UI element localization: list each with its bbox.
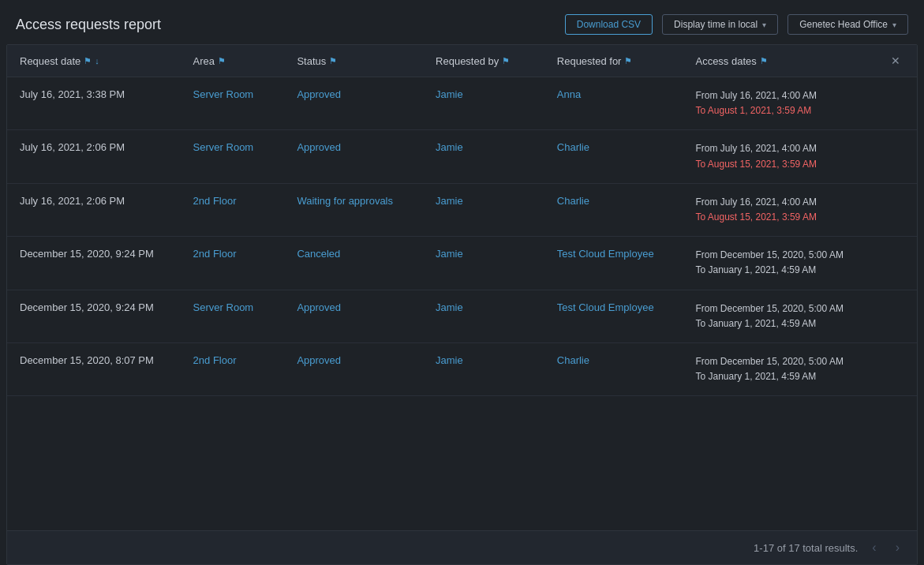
access-to-date: To January 1, 2021, 4:59 AM (695, 264, 816, 275)
table-row: December 15, 2020, 9:24 PM2nd FloorCance… (7, 237, 917, 290)
cell-request-date: July 16, 2021, 3:38 PM (7, 77, 181, 130)
cell-access-dates: From December 15, 2020, 5:00 AMTo Januar… (683, 237, 873, 290)
page-title: Access requests report (16, 17, 556, 33)
requested-by-filter-icon[interactable]: ⚑ (502, 56, 510, 66)
cell-request-date: July 16, 2021, 2:06 PM (7, 183, 181, 236)
download-csv-button[interactable]: Download CSV (565, 14, 653, 35)
access-to-date: To January 1, 2021, 4:59 AM (695, 318, 816, 329)
cell-request-date: December 15, 2020, 9:24 PM (7, 237, 181, 290)
col-header-access-dates: Access dates ⚑ (683, 45, 873, 77)
cell-access-dates: From July 16, 2021, 4:00 AMTo August 15,… (683, 183, 873, 236)
cell-actions (873, 77, 917, 130)
cell-status: Approved (284, 290, 423, 342)
access-from-date: From December 15, 2020, 5:00 AM (695, 249, 843, 260)
office-selector-label: Genetec Head Office (799, 19, 888, 30)
cell-actions (873, 290, 917, 342)
access-from-date: From December 15, 2020, 5:00 AM (695, 303, 843, 314)
pagination-info: 1-17 of 17 total results. (754, 542, 858, 554)
access-from-date: From December 15, 2020, 5:00 AM (695, 356, 843, 367)
pagination-prev-button[interactable]: ‹ (867, 539, 881, 556)
table-row: July 16, 2021, 2:06 PMServer RoomApprove… (7, 130, 917, 183)
col-header-request-date: Request date ⚑ ↓ (7, 45, 181, 77)
cell-area[interactable]: 2nd Floor (181, 342, 285, 395)
cell-requested-by[interactable]: Jamie (423, 342, 544, 395)
cell-requested-by[interactable]: Jamie (423, 237, 544, 290)
cell-actions (873, 183, 917, 236)
access-from-date: From July 16, 2021, 4:00 AM (695, 196, 816, 208)
request-date-filter-icon[interactable]: ⚑ (84, 56, 92, 66)
cell-access-dates: From July 16, 2021, 4:00 AMTo August 15,… (683, 130, 873, 183)
office-selector-chevron-icon: ▾ (892, 21, 896, 29)
status-filter-icon[interactable]: ⚑ (329, 56, 337, 66)
table-row: December 15, 2020, 9:24 PMServer RoomApp… (7, 290, 917, 342)
cell-request-date: December 15, 2020, 8:07 PM (7, 342, 181, 395)
access-to-date: To August 15, 2021, 3:59 AM (695, 159, 816, 170)
cell-status: Approved (284, 342, 423, 395)
col-header-requested-by: Requested by ⚑ (423, 45, 544, 77)
clear-all-filters-icon[interactable]: ✕ (891, 54, 900, 67)
col-header-requested-for: Requested for ⚑ (544, 45, 683, 77)
cell-status: Approved (284, 130, 423, 183)
access-requests-table: Request date ⚑ ↓ Area ⚑ (7, 45, 917, 396)
cell-status: Waiting for approvals (284, 183, 423, 236)
table-footer: 1-17 of 17 total results. ‹ › (7, 530, 917, 564)
table-scroll-area[interactable]: Request date ⚑ ↓ Area ⚑ (7, 45, 917, 530)
time-display-button[interactable]: Display time in local ▾ (662, 14, 778, 35)
table-row: July 16, 2021, 3:38 PMServer RoomApprove… (7, 77, 917, 130)
request-date-sort-icon[interactable]: ↓ (95, 56, 99, 65)
cell-requested-for[interactable]: Charlie (544, 183, 683, 236)
cell-area[interactable]: Server Room (181, 290, 285, 342)
cell-status: Canceled (284, 237, 423, 290)
cell-actions (873, 342, 917, 395)
cell-requested-for[interactable]: Anna (544, 77, 683, 130)
table-body: July 16, 2021, 3:38 PMServer RoomApprove… (7, 77, 917, 396)
cell-requested-by[interactable]: Jamie (423, 183, 544, 236)
table-container: Request date ⚑ ↓ Area ⚑ (6, 44, 918, 565)
col-header-area: Area ⚑ (181, 45, 285, 77)
cell-requested-by[interactable]: Jamie (423, 77, 544, 130)
cell-requested-for[interactable]: Charlie (544, 342, 683, 395)
cell-access-dates: From July 16, 2021, 4:00 AMTo August 1, … (683, 77, 873, 130)
cell-requested-for[interactable]: Test Cloud Employee (544, 237, 683, 290)
table-header-row: Request date ⚑ ↓ Area ⚑ (7, 45, 917, 77)
cell-status: Approved (284, 77, 423, 130)
area-filter-icon[interactable]: ⚑ (218, 56, 226, 66)
table-row: July 16, 2021, 2:06 PM2nd FloorWaiting f… (7, 183, 917, 236)
access-to-date: To August 1, 2021, 3:59 AM (695, 105, 811, 116)
cell-area[interactable]: Server Room (181, 130, 285, 183)
requested-for-filter-icon[interactable]: ⚑ (624, 56, 632, 66)
cell-requested-for[interactable]: Charlie (544, 130, 683, 183)
header: Access requests report Download CSV Disp… (0, 0, 924, 44)
cell-access-dates: From December 15, 2020, 5:00 AMTo Januar… (683, 342, 873, 395)
cell-requested-for[interactable]: Test Cloud Employee (544, 290, 683, 342)
access-from-date: From July 16, 2021, 4:00 AM (695, 90, 816, 101)
page-container: Access requests report Download CSV Disp… (0, 0, 924, 565)
table-row: December 15, 2020, 8:07 PM2nd FloorAppro… (7, 342, 917, 395)
cell-area[interactable]: Server Room (181, 77, 285, 130)
pagination-next-button[interactable]: › (891, 539, 904, 556)
time-display-label: Display time in local (674, 19, 758, 30)
cell-requested-by[interactable]: Jamie (423, 130, 544, 183)
access-to-date: To January 1, 2021, 4:59 AM (695, 371, 816, 382)
cell-request-date: July 16, 2021, 2:06 PM (7, 130, 181, 183)
cell-access-dates: From December 15, 2020, 5:00 AMTo Januar… (683, 290, 873, 342)
col-header-clear-filters: ✕ (873, 45, 917, 77)
cell-actions (873, 237, 917, 290)
cell-actions (873, 130, 917, 183)
cell-area[interactable]: 2nd Floor (181, 237, 285, 290)
office-selector-button[interactable]: Genetec Head Office ▾ (787, 14, 908, 35)
col-header-status: Status ⚑ (284, 45, 423, 77)
access-from-date: From July 16, 2021, 4:00 AM (695, 143, 816, 154)
cell-request-date: December 15, 2020, 9:24 PM (7, 290, 181, 342)
cell-requested-by[interactable]: Jamie (423, 290, 544, 342)
access-to-date: To August 15, 2021, 3:59 AM (695, 211, 816, 223)
access-dates-filter-icon[interactable]: ⚑ (760, 56, 768, 66)
cell-area[interactable]: 2nd Floor (181, 183, 285, 236)
time-display-chevron-icon: ▾ (762, 21, 766, 29)
